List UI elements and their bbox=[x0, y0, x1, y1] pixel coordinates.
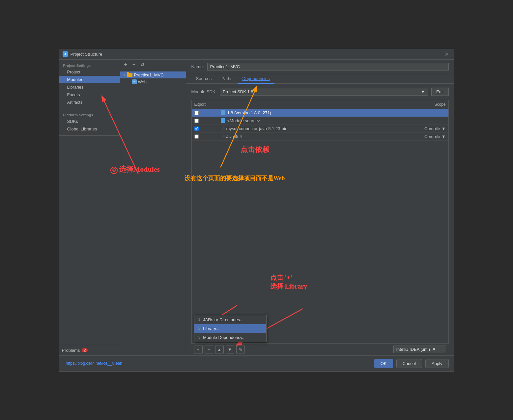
th-scope: Scope bbox=[409, 101, 448, 107]
item-num-1: 1 bbox=[198, 317, 201, 322]
dropdown-item-module-dep[interactable]: 3 Module Dependency... bbox=[194, 333, 266, 342]
sidebar-item-facets[interactable]: Facets bbox=[59, 91, 120, 98]
scope-dropdown-icon: ▼ bbox=[442, 126, 446, 131]
lib-icon-2 bbox=[221, 135, 224, 138]
tree-item-practice1-mvc[interactable]: ▼ Practice1_MVC bbox=[120, 71, 186, 78]
table-row[interactable]: 1.8 (version 1.8.0_271) bbox=[192, 109, 448, 117]
sdk-label: Module SDK: bbox=[191, 89, 217, 94]
table-row[interactable]: <Module source> bbox=[192, 117, 448, 125]
sidebar-item-global-libraries[interactable]: Global Libraries bbox=[59, 125, 120, 133]
format-dropdown[interactable]: IntelliJ IDEA (.iml) ▼ bbox=[393, 346, 446, 353]
tab-paths[interactable]: Paths bbox=[217, 74, 237, 84]
tree-chevron-icon: ▼ bbox=[123, 73, 126, 77]
dep-up-button[interactable]: ▲ bbox=[215, 346, 224, 353]
dep-down-button[interactable]: ▼ bbox=[226, 346, 234, 353]
sidebar-item-artifacts[interactable]: Artifacts bbox=[59, 98, 120, 106]
lib-icon bbox=[221, 127, 224, 130]
item-num-3: 3 bbox=[198, 335, 201, 340]
tree-toolbar: + − ⧉ bbox=[120, 60, 186, 70]
sdk-dropdown[interactable]: Project SDK 1.8 ▼ bbox=[220, 88, 428, 96]
cancel-button[interactable]: Cancel bbox=[396, 359, 422, 368]
name-input[interactable] bbox=[207, 63, 449, 70]
sidebar-item-sdks[interactable]: SDKs bbox=[59, 118, 120, 125]
sdk-edit-button[interactable]: Edit bbox=[431, 88, 448, 96]
sidebar-divider-2 bbox=[59, 135, 120, 136]
th-name bbox=[218, 101, 409, 107]
dep-check-input-1[interactable] bbox=[194, 119, 199, 123]
tabs-row: Sources Paths Dependencies bbox=[186, 74, 454, 84]
sdk-dropdown-arrow-icon: ▼ bbox=[421, 89, 425, 94]
dep-label-1: <Module source> bbox=[227, 118, 260, 123]
title-bar: J Project Structure ✕ bbox=[59, 49, 454, 60]
tree-content: ▼ Practice1_MVC W Web bbox=[120, 70, 186, 355]
dep-checkbox-0 bbox=[192, 111, 218, 115]
right-panel: Name: Sources Paths Dependencies Modu bbox=[186, 60, 454, 355]
dep-check-input-0[interactable] bbox=[194, 111, 199, 115]
format-value: IntelliJ IDEA (.iml) bbox=[396, 347, 430, 352]
dialog-title: Project Structure bbox=[71, 52, 102, 57]
tree-item-label: Practice1_MVC bbox=[134, 72, 163, 77]
tree-add-button[interactable]: + bbox=[123, 61, 128, 68]
format-dropdown-arrow-icon: ▼ bbox=[432, 347, 436, 352]
th-export: Export bbox=[192, 101, 218, 107]
web-icon: W bbox=[132, 79, 137, 84]
platform-settings-label: Platform Settings bbox=[59, 112, 120, 118]
dep-label-3: JUnit5.4 bbox=[226, 134, 242, 139]
close-button[interactable]: ✕ bbox=[442, 50, 451, 58]
tab-dependencies[interactable]: Dependencies bbox=[238, 74, 274, 84]
folder-icon bbox=[127, 73, 132, 77]
sdk-row: Module SDK: Project SDK 1.8 ▼ Edit bbox=[191, 88, 449, 96]
dropdown-item-library-label: Library... bbox=[203, 326, 219, 331]
sidebar: Project Settings Project Modules Librari… bbox=[59, 60, 120, 355]
sidebar-divider bbox=[59, 109, 120, 109]
dep-check-input-2[interactable] bbox=[194, 126, 199, 131]
table-header: Export Scope bbox=[192, 100, 448, 109]
tree-item-web[interactable]: W Web bbox=[120, 78, 186, 85]
sidebar-problems[interactable]: Problems 2 bbox=[59, 345, 120, 355]
dep-scope-2: Compile ▼ bbox=[409, 126, 448, 131]
title-bar-left: J Project Structure bbox=[63, 51, 102, 57]
dep-check-input-3[interactable] bbox=[194, 134, 199, 139]
dropdown-item-jars[interactable]: 1 JARs or Directories... bbox=[194, 315, 266, 324]
dep-remove-button[interactable]: − bbox=[205, 346, 213, 353]
dep-checkbox-2[interactable] bbox=[192, 126, 218, 131]
tree-item-web-label: Web bbox=[138, 79, 147, 84]
dialog-footer: https://blog.csdn.net/Ice__Clean OK Canc… bbox=[59, 355, 454, 371]
dep-name-1: <Module source> bbox=[218, 118, 409, 123]
dep-label-2: mysql-connector-java-5.1.23-bin bbox=[226, 126, 288, 131]
dep-checkbox-3[interactable] bbox=[192, 134, 218, 139]
sidebar-item-libraries[interactable]: Libraries bbox=[59, 83, 120, 91]
project-settings-label: Project Settings bbox=[59, 62, 120, 68]
bottom-toolbar: + − ▲ ▼ ✎ IntelliJ IDEA (.iml) ▼ 1 bbox=[191, 343, 449, 355]
dep-add-button[interactable]: + bbox=[194, 346, 203, 353]
tree-remove-button[interactable]: − bbox=[131, 61, 137, 68]
deps-table: Export Scope 1.8 (version 1.8.0_ bbox=[191, 100, 449, 343]
format-row: IntelliJ IDEA (.iml) ▼ bbox=[393, 346, 446, 353]
dep-scope-3: Compile ▼ bbox=[409, 134, 448, 139]
project-structure-dialog: J Project Structure ✕ Project Settings P… bbox=[59, 49, 454, 372]
ok-button[interactable]: OK bbox=[374, 359, 393, 368]
tree-copy-button[interactable]: ⧉ bbox=[139, 61, 146, 68]
footer-link[interactable]: https://blog.csdn.net/Ice__Clean bbox=[66, 361, 122, 366]
dep-name-0: 1.8 (version 1.8.0_271) bbox=[218, 110, 409, 115]
sidebar-item-modules[interactable]: Modules bbox=[59, 76, 120, 83]
add-dropdown-menu: 1 JARs or Directories... 2 Library... 3 … bbox=[194, 315, 267, 342]
sdk-dropdown-value: Project SDK 1.8 bbox=[223, 89, 253, 94]
name-label: Name: bbox=[191, 64, 204, 69]
sdk-dep-icon bbox=[221, 110, 225, 115]
scope-dropdown-icon-2: ▼ bbox=[442, 134, 446, 139]
tab-sources[interactable]: Sources bbox=[191, 74, 216, 84]
name-row: Name: bbox=[186, 60, 454, 74]
dep-checkbox-1 bbox=[192, 119, 218, 123]
deps-content: Module SDK: Project SDK 1.8 ▼ Edit Expor… bbox=[186, 84, 454, 355]
dropdown-item-jars-label: JARs or Directories... bbox=[203, 317, 243, 322]
sidebar-item-project[interactable]: Project bbox=[59, 68, 120, 76]
table-row[interactable]: mysql-connector-java-5.1.23-bin Compile … bbox=[192, 125, 448, 133]
apply-button[interactable]: Apply bbox=[425, 359, 449, 368]
dropdown-item-library[interactable]: 2 Library... bbox=[194, 324, 266, 333]
tree-panel: + − ⧉ ▼ Practice1_MVC W Web bbox=[120, 60, 186, 355]
table-row[interactable]: JUnit5.4 Compile ▼ bbox=[192, 133, 448, 141]
dep-edit-button[interactable]: ✎ bbox=[236, 346, 245, 353]
dep-name-2: mysql-connector-java-5.1.23-bin bbox=[218, 126, 409, 131]
main-content: Project Settings Project Modules Librari… bbox=[59, 60, 454, 355]
